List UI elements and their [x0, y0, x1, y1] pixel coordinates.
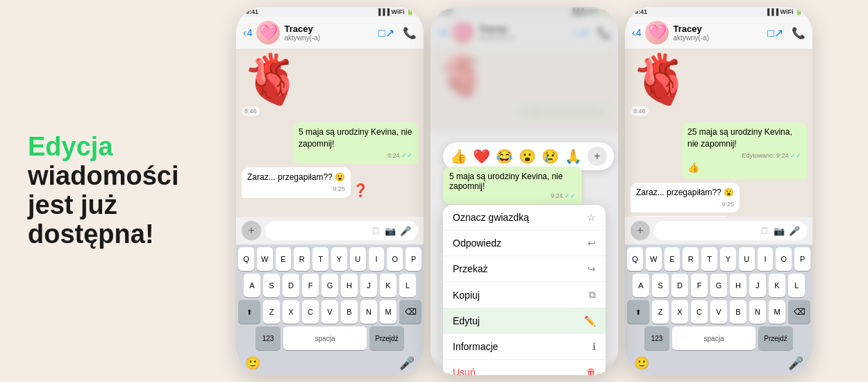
- back-button-left[interactable]: ‹ 4: [243, 27, 252, 38]
- key-a[interactable]: A: [244, 274, 260, 297]
- key-d-r[interactable]: D: [671, 274, 688, 297]
- key-o-r[interactable]: O: [776, 247, 792, 271]
- key-num[interactable]: 123: [256, 326, 281, 350]
- key-q[interactable]: Q: [238, 247, 254, 271]
- dictate-button-left[interactable]: 🎤: [399, 356, 415, 371]
- key-backspace-r[interactable]: ⌫: [788, 300, 810, 324]
- chat-header-right[interactable]: ‹ 4 🩷 Tracey aktywny(-a) □↗ 📞: [625, 17, 812, 49]
- key-v[interactable]: V: [322, 300, 338, 324]
- dictate-button-right[interactable]: 🎤: [788, 356, 803, 371]
- key-y-r[interactable]: Y: [720, 247, 736, 271]
- key-b-r[interactable]: B: [730, 300, 746, 324]
- chat-input-bar-left[interactable]: + 🗒 📷 🎤: [236, 217, 424, 244]
- input-field-left[interactable]: 🗒 📷 🎤: [265, 221, 418, 240]
- emoji-button-left[interactable]: 🙂: [245, 356, 260, 371]
- key-v-r[interactable]: V: [710, 300, 727, 324]
- key-u[interactable]: U: [350, 247, 366, 271]
- call-icon[interactable]: 📞: [403, 26, 417, 40]
- header-icons-right[interactable]: □↗ 📞: [767, 26, 806, 40]
- key-k[interactable]: K: [380, 274, 397, 297]
- key-m[interactable]: M: [380, 300, 397, 324]
- key-space[interactable]: spacja: [283, 326, 367, 350]
- menu-item-forward[interactable]: Przekaż ↪: [443, 256, 606, 282]
- key-r[interactable]: R: [294, 247, 310, 271]
- keyboard-left[interactable]: Q W E R T Y U I O P A S D F G H J K L: [236, 244, 424, 375]
- key-m-r[interactable]: M: [769, 300, 785, 324]
- keyboard-right[interactable]: Q W E R T Y U I O P A S D F G H J K L: [625, 244, 812, 375]
- key-e-r[interactable]: E: [665, 247, 681, 271]
- reaction-sad[interactable]: 😢: [542, 148, 559, 165]
- key-s[interactable]: S: [263, 274, 280, 297]
- reaction-thumbsup[interactable]: 👍: [450, 148, 467, 165]
- plus-button-left[interactable]: +: [242, 221, 261, 240]
- key-go-r[interactable]: Przejdź: [758, 326, 793, 350]
- key-x[interactable]: X: [283, 300, 299, 324]
- reaction-pray[interactable]: 🙏: [565, 148, 582, 165]
- menu-item-edit[interactable]: Edytuj ✏️: [443, 308, 606, 334]
- menu-item-info[interactable]: Informacje ℹ: [443, 334, 606, 360]
- key-t[interactable]: T: [312, 247, 328, 271]
- key-n[interactable]: N: [360, 300, 377, 324]
- key-s-r[interactable]: S: [652, 274, 669, 297]
- key-d[interactable]: D: [283, 274, 299, 297]
- key-j[interactable]: J: [360, 274, 377, 297]
- key-q-r[interactable]: Q: [627, 247, 643, 271]
- back-button-right[interactable]: ‹ 4: [632, 27, 641, 38]
- key-p[interactable]: P: [406, 247, 422, 271]
- header-icons-left[interactable]: □↗ 📞: [378, 26, 417, 40]
- plus-button-right[interactable]: +: [631, 221, 650, 240]
- emoji-button-right[interactable]: 🙂: [634, 356, 649, 371]
- key-l[interactable]: L: [399, 274, 416, 297]
- key-h[interactable]: H: [341, 274, 358, 297]
- menu-item-copy[interactable]: Kopiuj ⧉: [443, 282, 606, 308]
- video-call-icon-right[interactable]: □↗: [767, 26, 783, 40]
- key-g[interactable]: G: [322, 274, 338, 297]
- key-shift[interactable]: ⬆: [238, 300, 260, 324]
- reaction-laugh[interactable]: 😂: [496, 148, 513, 165]
- key-j-r[interactable]: J: [749, 274, 766, 297]
- key-o[interactable]: O: [387, 247, 403, 271]
- chat-header-left[interactable]: ‹ 4 🩷 Tracey aktywny(-a) □↗ 📞: [236, 17, 424, 49]
- menu-item-star[interactable]: Oznacz gwiazdką ☆: [443, 205, 606, 231]
- key-g-r[interactable]: G: [710, 274, 727, 297]
- key-f[interactable]: F: [302, 274, 319, 297]
- context-menu[interactable]: Oznacz gwiazdką ☆ Odpowiedz ↩ Przekaż ↪ …: [443, 205, 606, 375]
- key-f-r[interactable]: F: [691, 274, 708, 297]
- key-e[interactable]: E: [276, 247, 292, 271]
- key-b[interactable]: B: [341, 300, 358, 324]
- key-l-r[interactable]: L: [788, 274, 805, 297]
- key-p-r[interactable]: P: [794, 247, 810, 271]
- key-space-r[interactable]: spacja: [672, 326, 756, 350]
- key-backspace[interactable]: ⌫: [399, 300, 422, 324]
- key-t-r[interactable]: T: [701, 247, 717, 271]
- add-reaction-button[interactable]: +: [587, 147, 607, 166]
- reaction-wow[interactable]: 😮: [519, 148, 536, 165]
- key-w[interactable]: W: [257, 247, 273, 271]
- key-i-r[interactable]: I: [758, 247, 774, 271]
- key-shift-r[interactable]: ⬆: [627, 300, 649, 324]
- key-num-r[interactable]: 123: [644, 326, 669, 350]
- key-a-r[interactable]: A: [633, 274, 649, 297]
- key-y[interactable]: Y: [331, 247, 347, 271]
- key-h-r[interactable]: H: [730, 274, 746, 297]
- key-z[interactable]: Z: [263, 300, 280, 324]
- key-x-r[interactable]: X: [671, 300, 688, 324]
- key-k-r[interactable]: K: [769, 274, 785, 297]
- key-n-r[interactable]: N: [749, 300, 766, 324]
- key-z-r[interactable]: Z: [652, 300, 669, 324]
- chat-input-bar-right[interactable]: + 🗒 📷 🎤: [625, 217, 812, 244]
- key-i[interactable]: I: [369, 247, 385, 271]
- menu-item-reply[interactable]: Odpowiedz ↩: [443, 231, 606, 256]
- reaction-heart[interactable]: ❤️: [473, 148, 490, 165]
- call-icon-right[interactable]: 📞: [792, 26, 806, 40]
- key-go[interactable]: Przejdź: [369, 326, 404, 350]
- video-call-icon[interactable]: □↗: [378, 26, 394, 40]
- key-r-r[interactable]: R: [683, 247, 699, 271]
- key-c-r[interactable]: C: [691, 300, 708, 324]
- menu-item-delete[interactable]: Usuń 🗑: [443, 360, 606, 375]
- reaction-bar[interactable]: 👍 ❤️ 😂 😮 😢 🙏 +: [443, 142, 614, 170]
- key-w-r[interactable]: W: [646, 247, 662, 271]
- key-u-r[interactable]: U: [739, 247, 755, 271]
- key-c[interactable]: C: [302, 300, 319, 324]
- input-field-right[interactable]: 🗒 📷 🎤: [654, 221, 807, 240]
